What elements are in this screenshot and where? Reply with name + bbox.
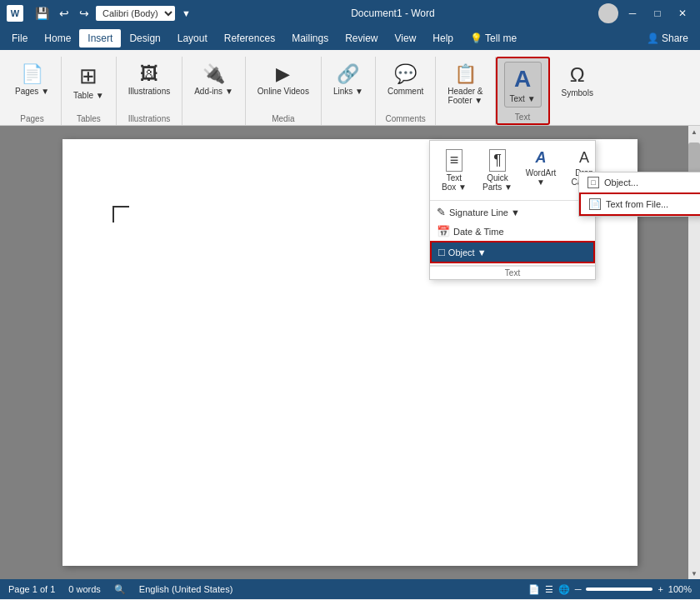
links-label: Links ▼ xyxy=(333,87,363,96)
scroll-up-arrow[interactable]: ▲ xyxy=(688,126,700,138)
text-label: Text ▼ xyxy=(510,94,536,103)
headerfooter-button[interactable]: 📋 Header &Footer ▼ xyxy=(442,60,488,108)
pages-icon: 📄 xyxy=(21,63,43,85)
document-title: Document1 - Word xyxy=(191,8,595,19)
profile-avatar[interactable] xyxy=(598,3,618,23)
addins-group-label xyxy=(189,122,238,125)
ribbon: 📄 Pages ▼ Pages ⊞ Table ▼ Tables 🖼 Illus xyxy=(0,50,700,126)
redo-button[interactable]: ↪ xyxy=(76,5,92,22)
object-item[interactable]: □ Object ▼ xyxy=(430,241,595,263)
menu-view[interactable]: View xyxy=(387,29,425,48)
word-count: 0 words xyxy=(68,584,101,595)
menu-file[interactable]: File xyxy=(3,29,36,48)
table-button[interactable]: ⊞ Table ▼ xyxy=(68,60,109,103)
object-dots-item[interactable]: □ Object... xyxy=(579,172,700,192)
ribbon-group-tables: ⊞ Table ▼ Tables xyxy=(62,57,117,125)
status-bar: Page 1 of 1 0 words 🔍 English (United St… xyxy=(0,579,700,599)
view-web-icon[interactable]: 🌐 xyxy=(558,584,570,595)
object-dots-icon: □ xyxy=(588,177,599,188)
headerfooter-label: Header &Footer ▼ xyxy=(448,87,482,105)
undo-button[interactable]: ↩ xyxy=(56,5,72,22)
wordart-icon: A xyxy=(536,149,547,167)
illustrations-group-label: Illustrations xyxy=(123,112,176,125)
datetime-icon: 📅 xyxy=(437,225,450,238)
view-layout-icon[interactable]: ☰ xyxy=(545,584,553,595)
title-bar-left: W 💾 ↩ ↪ Calibri (Body) ▼ xyxy=(7,5,191,22)
comment-label: Comment xyxy=(388,87,423,96)
pages-button[interactable]: 📄 Pages ▼ xyxy=(10,60,54,99)
text-from-file-label: Text from File... xyxy=(606,199,668,209)
title-bar-right: ─ □ ✕ xyxy=(595,3,693,23)
zoom-minus[interactable]: ─ xyxy=(575,584,582,594)
illustrations-icon: 🖼 xyxy=(140,63,158,85)
pages-label: Pages ▼ xyxy=(15,87,49,96)
menu-help[interactable]: Help xyxy=(424,29,462,48)
object-dots-label: Object... xyxy=(604,178,638,188)
zoom-plus[interactable]: + xyxy=(658,584,662,594)
links-group-label xyxy=(328,122,368,125)
symbols-icon: Ω xyxy=(570,63,585,87)
links-icon: 🔗 xyxy=(337,63,359,85)
maximize-button[interactable]: □ xyxy=(647,5,668,22)
comment-icon: 💬 xyxy=(394,63,417,85)
page-info: Page 1 of 1 xyxy=(8,584,55,595)
ribbon-group-text: A Text ▼ Text xyxy=(496,57,550,125)
links-button[interactable]: 🔗 Links ▼ xyxy=(328,60,368,99)
ribbon-group-links: 🔗 Links ▼ xyxy=(322,57,376,125)
minimize-button[interactable]: ─ xyxy=(622,5,643,22)
text-button[interactable]: A Text ▼ xyxy=(504,62,542,108)
language: English (United States) xyxy=(139,584,233,595)
object-icon: □ xyxy=(438,246,445,258)
ribbon-groups: 📄 Pages ▼ Pages ⊞ Table ▼ Tables 🖼 Illus xyxy=(0,53,700,125)
close-button[interactable]: ✕ xyxy=(672,5,693,22)
ribbon-group-pages: 📄 Pages ▼ Pages xyxy=(3,57,62,125)
table-icon: ⊞ xyxy=(79,63,98,89)
status-bar-left: Page 1 of 1 0 words 🔍 English (United St… xyxy=(8,584,232,595)
menu-references[interactable]: References xyxy=(216,29,283,48)
quickparts-label: QuickParts ▼ xyxy=(482,173,512,192)
quickparts-dropdown-item[interactable]: ¶ QuickParts ▼ xyxy=(477,146,518,195)
headerfooter-group-label xyxy=(442,122,488,125)
addins-icon: 🔌 xyxy=(202,63,225,85)
menu-review[interactable]: Review xyxy=(337,29,386,48)
tables-group-label: Tables xyxy=(68,112,109,125)
text-section-footer: Text xyxy=(505,268,520,278)
text-from-file-icon: 📄 xyxy=(589,198,601,210)
comment-button[interactable]: 💬 Comment xyxy=(382,60,428,99)
scrollbar-thumb[interactable] xyxy=(688,142,700,176)
menu-insert[interactable]: Insert xyxy=(79,29,121,48)
menu-home[interactable]: Home xyxy=(36,29,79,48)
addins-label: Add-ins ▼ xyxy=(194,87,233,96)
ribbon-group-addins: 🔌 Add-ins ▼ xyxy=(182,57,246,125)
addins-button[interactable]: 🔌 Add-ins ▼ xyxy=(189,60,238,99)
wordart-label: WordArt ▼ xyxy=(525,168,557,187)
menu-layout[interactable]: Layout xyxy=(169,29,216,48)
word-icon: W xyxy=(7,5,23,22)
online-videos-button[interactable]: ▶ Online Videos xyxy=(252,60,314,99)
ribbon-group-media: ▶ Online Videos Media xyxy=(246,57,322,125)
save-button[interactable]: 💾 xyxy=(32,5,52,22)
view-normal-icon[interactable]: 📄 xyxy=(528,584,540,595)
textbox-icon: ≡ xyxy=(446,149,463,172)
illustrations-button[interactable]: 🖼 Illustrations xyxy=(123,60,176,99)
textbox-dropdown-item[interactable]: ≡ TextBox ▼ xyxy=(433,146,475,195)
object-label: Object ▼ xyxy=(448,248,487,258)
date-time-item[interactable]: 📅 Date & Time xyxy=(430,222,595,241)
signature-line-item[interactable]: ✎ Signature Line ▼ xyxy=(430,202,595,222)
font-size: ▼ xyxy=(182,8,191,18)
menu-mailings[interactable]: Mailings xyxy=(283,29,337,48)
scroll-down-arrow[interactable]: ▼ xyxy=(688,568,700,579)
wordart-dropdown-item[interactable]: A WordArt ▼ xyxy=(520,146,562,195)
zoom-slider[interactable] xyxy=(586,588,652,591)
text-from-file-item[interactable]: 📄 Text from File... xyxy=(579,192,700,216)
videos-label: Online Videos xyxy=(258,87,309,96)
status-bar-right: 📄 ☰ 🌐 ─ + 100% xyxy=(528,584,692,595)
headerfooter-icon: 📋 xyxy=(454,63,477,85)
ribbon-group-headerfooter: 📋 Header &Footer ▼ xyxy=(436,57,495,125)
symbols-button[interactable]: Ω Symbols xyxy=(557,60,598,101)
menu-tellme[interactable]: 💡 Tell me xyxy=(462,29,525,48)
font-selector[interactable]: Calibri (Body) xyxy=(96,6,175,21)
menu-design[interactable]: Design xyxy=(121,29,168,48)
menu-bar: File Home Insert Design Layout Reference… xyxy=(0,27,700,50)
menu-share[interactable]: 👤 Share xyxy=(638,29,697,48)
